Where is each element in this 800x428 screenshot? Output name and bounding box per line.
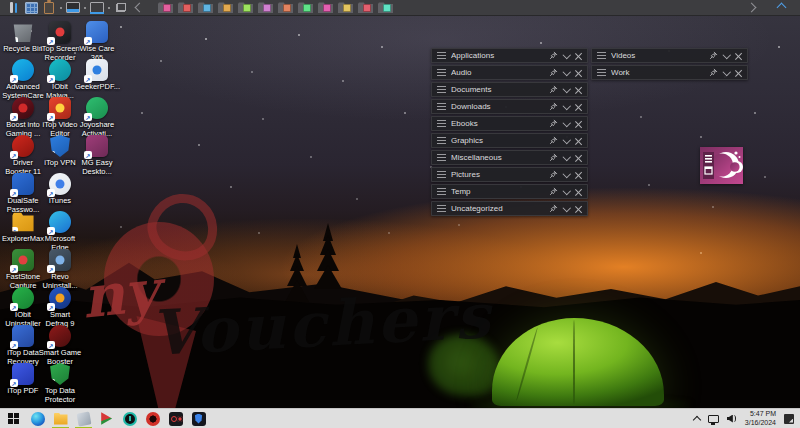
- chevron-down-icon[interactable]: [562, 136, 570, 144]
- menu-icon[interactable]: [437, 69, 446, 76]
- panel-temp[interactable]: Temp: [431, 184, 588, 199]
- menu-icon[interactable]: [437, 205, 446, 212]
- menu-icon[interactable]: [437, 86, 446, 93]
- close-icon[interactable]: [575, 103, 582, 110]
- close-icon[interactable]: [575, 69, 582, 76]
- panel-applications[interactable]: Applications: [431, 48, 588, 63]
- pin-icon[interactable]: [549, 102, 558, 111]
- menu-icon[interactable]: [437, 188, 446, 195]
- menu-icon[interactable]: [437, 171, 446, 178]
- region-capture-icon[interactable]: [89, 1, 105, 14]
- close-icon[interactable]: [575, 154, 582, 161]
- close-icon[interactable]: [575, 188, 582, 195]
- menu-icon[interactable]: [437, 120, 446, 127]
- close-icon[interactable]: [575, 137, 582, 144]
- tray-chevron-up-icon[interactable]: [693, 415, 701, 423]
- pin-icon[interactable]: [549, 51, 558, 60]
- board-icon[interactable]: [23, 1, 39, 14]
- chevron-down-icon[interactable]: [562, 170, 570, 178]
- pin-icon[interactable]: [549, 170, 558, 179]
- toolbar-folder-miscellaneous[interactable]: [278, 2, 293, 14]
- toolbar-folder-videos[interactable]: [358, 2, 373, 14]
- chevron-down-icon[interactable]: [562, 102, 570, 110]
- pin-icon[interactable]: [549, 119, 558, 128]
- menu-icon[interactable]: [437, 52, 446, 59]
- volume-icon[interactable]: [727, 414, 737, 424]
- pin-icon[interactable]: [549, 68, 558, 77]
- panel-miscellaneous[interactable]: Miscellaneous: [431, 150, 588, 165]
- panel-ebooks[interactable]: Ebooks: [431, 116, 588, 131]
- panel-graphics[interactable]: Graphics: [431, 133, 588, 148]
- chevron-down-icon[interactable]: [562, 153, 570, 161]
- taskbar-app-iobit[interactable]: [118, 409, 141, 428]
- tools-icon[interactable]: [5, 1, 21, 14]
- menu-icon[interactable]: [597, 69, 606, 76]
- panel-audio[interactable]: Audio: [431, 65, 588, 80]
- menu-icon[interactable]: [597, 52, 606, 59]
- close-icon[interactable]: [575, 171, 582, 178]
- chevron-down-icon[interactable]: [562, 68, 570, 76]
- taskbar-app-sgb[interactable]: [141, 409, 164, 428]
- pin-icon[interactable]: [709, 51, 718, 60]
- panel-documents[interactable]: Documents: [431, 82, 588, 97]
- panel-pictures[interactable]: Pictures: [431, 167, 588, 182]
- chevron-down-icon[interactable]: [722, 51, 730, 59]
- taskbar-app-shield[interactable]: [187, 409, 210, 428]
- windows-capture-icon[interactable]: [113, 1, 129, 14]
- panel-uncategorized[interactable]: Uncategorized: [431, 201, 588, 216]
- taskbar-app-files[interactable]: [72, 409, 95, 428]
- panel-downloads[interactable]: Downloads: [431, 99, 588, 114]
- start-button[interactable]: [0, 409, 26, 428]
- dropdown-dot-icon[interactable]: [60, 7, 62, 9]
- pin-icon[interactable]: [709, 68, 718, 77]
- chevron-down-icon[interactable]: [562, 85, 570, 93]
- toolbar-folder-audio[interactable]: [178, 2, 193, 14]
- toolbar-folder-downloads[interactable]: [218, 2, 233, 14]
- pin-icon[interactable]: [549, 204, 558, 213]
- taskbar-app-recorder[interactable]: [164, 409, 187, 428]
- close-icon[interactable]: [735, 69, 742, 76]
- taskbar-app-explorer[interactable]: [49, 409, 72, 428]
- toolbar-folder-pictures[interactable]: [298, 2, 313, 14]
- menu-icon[interactable]: [437, 154, 446, 161]
- menu-icon[interactable]: [437, 137, 446, 144]
- pin-icon[interactable]: [549, 85, 558, 94]
- network-icon[interactable]: [708, 415, 719, 423]
- dropdown-dot-icon[interactable]: [108, 7, 110, 9]
- chevron-down-icon[interactable]: [722, 68, 730, 76]
- toolbar-folder-applications[interactable]: [158, 2, 173, 14]
- chevron-down-icon[interactable]: [562, 204, 570, 212]
- close-icon[interactable]: [575, 205, 582, 212]
- taskbar-clock[interactable]: 5:47 PM 3/16/2024: [745, 410, 776, 427]
- chevron-left-icon[interactable]: [131, 1, 147, 14]
- close-icon[interactable]: [575, 120, 582, 127]
- folder-emblem: [223, 4, 231, 12]
- toolbar-folder-work[interactable]: [378, 2, 393, 14]
- chevron-down-icon[interactable]: [562, 187, 570, 195]
- close-icon[interactable]: [575, 52, 582, 59]
- dropdown-dot-icon[interactable]: [84, 7, 86, 9]
- panel-work[interactable]: Work: [591, 65, 748, 80]
- panel-videos[interactable]: Videos: [591, 48, 748, 63]
- toolbar-folder-temp[interactable]: [318, 2, 333, 14]
- pin-icon[interactable]: [549, 153, 558, 162]
- toolbar-folder-documents[interactable]: [198, 2, 213, 14]
- taskbar-app-mg[interactable]: [95, 409, 118, 428]
- pin-icon[interactable]: [549, 187, 558, 196]
- chevron-right-icon[interactable]: [743, 1, 759, 14]
- action-center-icon[interactable]: [784, 414, 794, 424]
- toolbar-folder-graphics[interactable]: [258, 2, 273, 14]
- menu-icon[interactable]: [437, 103, 446, 110]
- taskbar-app-edge[interactable]: [26, 409, 49, 428]
- monitor-capture-icon[interactable]: [65, 1, 81, 14]
- close-icon[interactable]: [735, 52, 742, 59]
- clipboard-icon[interactable]: [41, 1, 57, 14]
- toolbar-folder-uncategorized[interactable]: [338, 2, 353, 14]
- chevron-down-icon[interactable]: [562, 119, 570, 127]
- collapse-toolbar-icon[interactable]: [773, 1, 789, 14]
- panel-controls: [709, 68, 743, 77]
- pin-icon[interactable]: [549, 136, 558, 145]
- close-icon[interactable]: [575, 86, 582, 93]
- toolbar-folder-ebooks[interactable]: [238, 2, 253, 14]
- chevron-down-icon[interactable]: [562, 51, 570, 59]
